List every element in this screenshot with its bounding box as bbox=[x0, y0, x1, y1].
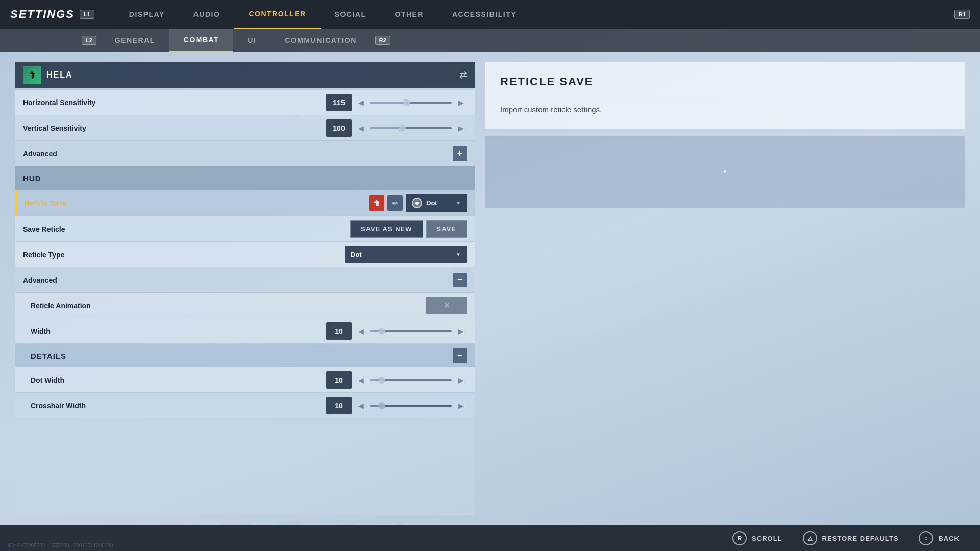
scroll-action[interactable]: R SCROLL bbox=[732, 531, 782, 545]
dot-width-thumb[interactable] bbox=[378, 377, 385, 384]
crosshair-width-fill bbox=[370, 405, 378, 407]
width-value: 10 bbox=[326, 322, 352, 340]
vertical-sensitivity-decrement[interactable]: ◀ bbox=[355, 122, 367, 134]
subnav-ui[interactable]: UI bbox=[233, 29, 271, 52]
reticle-animation-row: Reticle Animation ✕ bbox=[15, 293, 475, 318]
save-reticle-buttons: SAVE AS NEW SAVE bbox=[350, 220, 467, 238]
horizontal-sensitivity-row: Horizontal Sensitivity 115 ◀ ▶ bbox=[15, 90, 475, 115]
horizontal-sensitivity-control: 115 ◀ ▶ bbox=[326, 94, 467, 111]
subnav-communication[interactable]: COMMUNICATION bbox=[271, 29, 371, 52]
main-container: SETTINGS L1 DISPLAY AUDIO CONTROLLER SOC… bbox=[0, 0, 980, 551]
vertical-sensitivity-value: 100 bbox=[326, 119, 352, 137]
nav-controller[interactable]: CONTROLLER bbox=[234, 0, 320, 29]
subnav-l2-badge[interactable]: L2 bbox=[82, 36, 96, 45]
crosshair-width-decrement[interactable]: ◀ bbox=[355, 399, 367, 412]
reticle-delete-button[interactable]: 🗑 bbox=[369, 195, 384, 211]
restore-btn-icon: △ bbox=[808, 535, 812, 542]
nav-l1-badge[interactable]: L1 bbox=[80, 10, 94, 19]
reticle-type-dropdown[interactable]: Dot ▼ bbox=[345, 246, 467, 263]
settings-container: Horizontal Sensitivity 115 ◀ ▶ Vertical … bbox=[15, 90, 475, 515]
nav-audio[interactable]: AUDIO bbox=[179, 0, 235, 29]
restore-defaults-action[interactable]: △ RESTORE DEFAULTS bbox=[803, 531, 899, 545]
crosshair-width-increment[interactable]: ▶ bbox=[455, 399, 467, 412]
scroll-btn-icon: R bbox=[738, 535, 742, 541]
reticle-type-arrow: ▼ bbox=[456, 252, 461, 257]
subnav-combat[interactable]: COMBAT bbox=[169, 29, 233, 52]
dot-width-fill bbox=[370, 379, 378, 381]
crosshair-width-value: 10 bbox=[326, 397, 352, 414]
reticle-type-row: Reticle Type Dot ▼ bbox=[15, 242, 475, 267]
sub-nav: L2 GENERAL COMBAT UI COMMUNICATION R2 bbox=[0, 29, 980, 52]
nav-items: DISPLAY AUDIO CONTROLLER SOCIAL OTHER AC… bbox=[115, 0, 954, 29]
crosshair-width-thumb[interactable] bbox=[378, 402, 385, 409]
back-label: BACK bbox=[938, 535, 960, 542]
dot-width-decrement[interactable]: ◀ bbox=[355, 374, 367, 386]
restore-label: RESTORE DEFAULTS bbox=[822, 535, 899, 542]
nav-social[interactable]: SOCIAL bbox=[321, 0, 381, 29]
crosshair-width-track[interactable] bbox=[370, 405, 452, 407]
vertical-sensitivity-increment[interactable]: ▶ bbox=[455, 122, 467, 134]
horizontal-sensitivity-track[interactable] bbox=[370, 102, 452, 104]
left-panel: 🗡 HELA ⇄ Horizontal Sensitivity 115 ◀ bbox=[15, 62, 475, 515]
scroll-label: SCROLL bbox=[752, 535, 782, 542]
subnav-r2-badge[interactable]: R2 bbox=[375, 36, 390, 45]
back-button[interactable]: ○ bbox=[919, 531, 933, 545]
reticle-animation-toggle[interactable]: ✕ bbox=[426, 297, 467, 314]
width-increment[interactable]: ▶ bbox=[455, 325, 467, 337]
reticle-save-row[interactable]: Reticle Save 🗑 ✏ Dot ▼ bbox=[15, 190, 475, 216]
reticle-save-controls: 🗑 ✏ Dot ▼ bbox=[369, 194, 467, 212]
reticle-type-label: Reticle Type bbox=[23, 251, 345, 259]
crosshair-width-row: Crosshair Width 10 ◀ ▶ bbox=[15, 393, 475, 418]
reticle-save-dropdown[interactable]: Dot ▼ bbox=[406, 194, 467, 212]
width-control: 10 ◀ ▶ bbox=[326, 322, 467, 340]
dot-width-increment[interactable]: ▶ bbox=[455, 374, 467, 386]
width-decrement[interactable]: ◀ bbox=[355, 325, 367, 337]
advanced2-toggle[interactable]: − bbox=[453, 273, 467, 287]
char-avatar: 🗡 bbox=[23, 66, 41, 84]
restore-button[interactable]: △ bbox=[803, 531, 817, 545]
reticle-dot-preview bbox=[412, 198, 422, 208]
horizontal-sensitivity-increment[interactable]: ▶ bbox=[455, 96, 467, 109]
back-action[interactable]: ○ BACK bbox=[919, 531, 960, 545]
details-section-header: DETAILS − bbox=[15, 344, 475, 367]
width-label: Width bbox=[31, 327, 326, 335]
nav-other[interactable]: OTHER bbox=[380, 0, 438, 29]
horizontal-sensitivity-fill bbox=[370, 102, 403, 104]
reticle-type-value: Dot bbox=[351, 251, 452, 258]
vertical-sensitivity-control: 100 ◀ ▶ bbox=[326, 119, 467, 137]
horizontal-sensitivity-decrement[interactable]: ◀ bbox=[355, 96, 367, 109]
scroll-button[interactable]: R bbox=[732, 531, 747, 545]
reticle-edit-button[interactable]: ✏ bbox=[387, 195, 403, 211]
save-button[interactable]: SAVE bbox=[426, 220, 467, 238]
nav-accessibility[interactable]: ACCESSIBILITY bbox=[438, 0, 531, 29]
advanced-toggle[interactable]: + bbox=[453, 146, 467, 161]
save-as-new-button[interactable]: SAVE AS NEW bbox=[350, 220, 423, 238]
advanced-label: Advanced bbox=[23, 149, 453, 158]
nav-r1-badge[interactable]: R1 bbox=[954, 10, 970, 19]
subnav-general[interactable]: GENERAL bbox=[101, 29, 169, 52]
vertical-sensitivity-row: Vertical Sensitivity 100 ◀ ▶ bbox=[15, 115, 475, 141]
width-thumb[interactable] bbox=[378, 328, 385, 335]
width-row: Width 10 ◀ ▶ bbox=[15, 318, 475, 344]
save-reticle-row: Save Reticle SAVE AS NEW SAVE bbox=[15, 216, 475, 242]
details-toggle[interactable]: − bbox=[453, 348, 467, 363]
reticle-preview-box bbox=[485, 136, 965, 208]
advanced2-label: Advanced bbox=[23, 276, 453, 284]
dot-width-label: Dot Width bbox=[31, 376, 326, 384]
advanced-row: Advanced + bbox=[15, 141, 475, 166]
char-swap-icon[interactable]: ⇄ bbox=[459, 69, 467, 81]
x-icon: ✕ bbox=[444, 300, 450, 310]
vertical-sensitivity-thumb[interactable] bbox=[399, 124, 406, 132]
dot-width-track[interactable] bbox=[370, 379, 452, 381]
reticle-dropdown-arrow: ▼ bbox=[456, 200, 461, 206]
character-selector[interactable]: 🗡 HELA ⇄ bbox=[15, 62, 475, 88]
width-track[interactable] bbox=[370, 330, 452, 332]
uid-text: UID: 2167205502 | 1573780 | 200130112800… bbox=[5, 543, 113, 548]
reticle-preview-dot bbox=[724, 170, 726, 173]
back-btn-icon: ○ bbox=[924, 535, 928, 541]
reticle-dot-inner bbox=[415, 202, 419, 205]
nav-display[interactable]: DISPLAY bbox=[115, 0, 179, 29]
vertical-sensitivity-track[interactable] bbox=[370, 127, 452, 129]
app-title: SETTINGS bbox=[10, 8, 75, 21]
horizontal-sensitivity-thumb[interactable] bbox=[403, 99, 410, 106]
